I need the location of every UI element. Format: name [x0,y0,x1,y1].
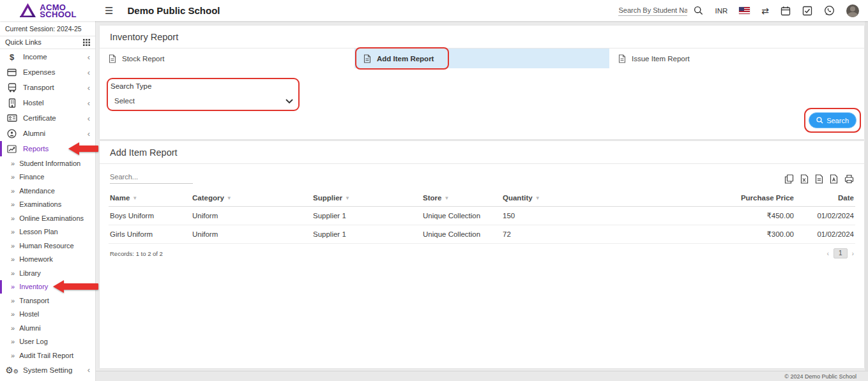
chevron-left-icon: ‹ [88,130,90,138]
column-header-category[interactable]: Category▼ [191,190,312,207]
sort-icon: ▼ [535,195,540,201]
current-session-label: Current Session: 2024-25 [0,21,95,36]
sidebar-item-transport[interactable]: Transport ‹ [0,80,95,95]
search-button[interactable]: Search [809,112,857,128]
calendar-icon[interactable] [780,6,791,16]
vertical-scrollbar[interactable] [865,21,868,371]
column-header-name[interactable]: Name▼ [109,190,191,207]
search-icon[interactable] [694,6,703,15]
sidebar-item-alumni[interactable]: Alumni ‹ [0,126,95,141]
chevron-left-icon: ‹ [88,53,90,61]
double-angle-icon: » [11,269,15,277]
column-header-store[interactable]: Store▼ [422,190,501,207]
gears-icon: ⚙⚙ [6,364,17,375]
sidebar-item-finance[interactable]: » Finance [0,170,95,184]
column-header-supplier[interactable]: Supplier▼ [312,190,422,207]
credit-card-icon [6,67,17,78]
pagination-next-button[interactable]: › [852,250,855,257]
table-row[interactable]: Girls Uniform Uniform Supplier 1 Unique … [109,225,855,244]
file-icon [363,54,371,63]
copy-icon[interactable] [784,174,794,184]
records-count-label: Records: 1 to 2 of 2 [110,250,163,257]
footer: © 2024 Demo Public School [96,371,868,381]
column-header-date[interactable]: Date [795,190,855,207]
sidebar-item-inventory[interactable]: » Inventory [0,280,95,294]
sidebar-item-hostel-report[interactable]: » Hostel [0,308,95,322]
sidebar-item-income[interactable]: $ Income ‹ [0,49,95,64]
column-header-quantity[interactable]: Quantity▼ [501,190,648,207]
csv-export-icon[interactable] [815,174,823,184]
sidebar-item-alumni-report[interactable]: » Alumni [0,321,95,335]
excel-export-icon[interactable] [800,174,809,184]
tab-stock-report[interactable]: Stock Report [100,49,354,68]
sidebar-item-homework[interactable]: » Homework [0,253,95,267]
logo-triangle-icon [19,3,36,19]
chart-icon [6,144,17,154]
add-item-table: Name▼ Category▼ Supplier▼ Store▼ Quantit… [109,190,855,244]
sidebar-item-online-examinations[interactable]: » Online Examinations [0,211,95,225]
top-header: ACMO SCHOOL ☰ Demo Public School INR ⇄ [0,0,868,21]
currency-selector[interactable]: INR [715,7,727,15]
bus-icon [6,82,17,93]
tab-issue-item-report[interactable]: Issue Item Report [609,49,864,68]
switch-session-icon[interactable]: ⇄ [761,6,769,16]
print-icon[interactable] [844,174,854,184]
chevron-left-icon: ‹ [88,114,90,123]
sort-icon: ▼ [444,195,449,201]
sidebar-item-student-information[interactable]: » Student Information [0,156,95,170]
sidebar-item-transport-report[interactable]: » Transport [0,294,95,308]
column-header-purchase-price[interactable]: Purchase Price [648,190,795,207]
language-flag-icon[interactable] [739,7,750,14]
sidebar-item-lesson-plan[interactable]: » Lesson Plan [0,225,95,239]
dollar-icon: $ [6,52,17,63]
report-tabs: Stock Report Add Item Report [100,49,864,68]
school-name-title: Demo Public School [127,5,220,16]
pdf-export-icon[interactable] [830,174,838,184]
pagination-page-1[interactable]: 1 [834,248,848,258]
hamburger-menu-icon[interactable]: ☰ [105,5,113,17]
pagination-prev-button[interactable]: ‹ [826,250,829,257]
sidebar-item-hostel[interactable]: Hostel ‹ [0,95,95,110]
sidebar-item-audit-trail-report[interactable]: » Audit Trail Report [0,348,95,362]
sidebar-item-expenses[interactable]: Expenses ‹ [0,64,95,80]
quick-links[interactable]: Quick Links [0,36,95,49]
annotation-arrow-inventory [53,280,98,293]
whatsapp-icon[interactable] [824,5,835,16]
double-angle-icon: » [11,338,15,345]
search-type-label: Search Type [110,82,296,90]
app-logo[interactable]: ACMO SCHOOL [0,0,96,21]
add-item-report-card: Add Item Report [100,141,864,368]
search-button-wrap: Search [809,112,857,128]
annotation-arrow-reports [68,142,98,155]
sidebar-item-human-resource[interactable]: » Human Resource [0,239,95,253]
sort-icon: ▼ [132,195,137,201]
search-type-select[interactable]: Select [110,96,296,107]
double-angle-icon: » [11,187,15,195]
chevron-left-icon: ‹ [88,366,90,374]
graduate-icon [6,128,17,139]
task-check-icon[interactable] [802,6,812,16]
table-row[interactable]: Boys Uniform Uniform Supplier 1 Unique C… [109,207,855,225]
sidebar-item-examinations[interactable]: » Examinations [0,198,95,212]
tab-add-item-report[interactable]: Add Item Report [354,49,609,68]
sidebar-item-library[interactable]: » Library [0,266,95,280]
sidebar-item-attendance[interactable]: » Attendance [0,184,95,198]
double-angle-icon: » [11,242,15,250]
table-header-row: Name▼ Category▼ Supplier▼ Store▼ Quantit… [109,190,855,207]
double-angle-icon: » [11,200,15,208]
sidebar-item-user-log[interactable]: » User Log [0,335,95,349]
chevron-down-icon [286,99,293,103]
sidebar-item-certificate[interactable]: Certificate ‹ [0,110,95,126]
sidebar-item-reports[interactable]: Reports [0,141,95,156]
page-title: Inventory Report [100,26,864,49]
double-angle-icon: » [11,297,15,304]
sidebar-item-system-setting[interactable]: ⚙⚙ System Setting ‹ [0,362,95,378]
building-icon [6,98,17,108]
student-search-input[interactable] [618,5,687,16]
sidebar: Current Session: 2024-25 Quick Links $ I… [0,21,96,381]
chevron-left-icon: ‹ [88,99,90,107]
section-title: Add Item Report [100,141,864,164]
user-avatar[interactable] [846,4,859,17]
sort-icon: ▼ [227,195,232,201]
table-search-input[interactable] [110,172,193,184]
